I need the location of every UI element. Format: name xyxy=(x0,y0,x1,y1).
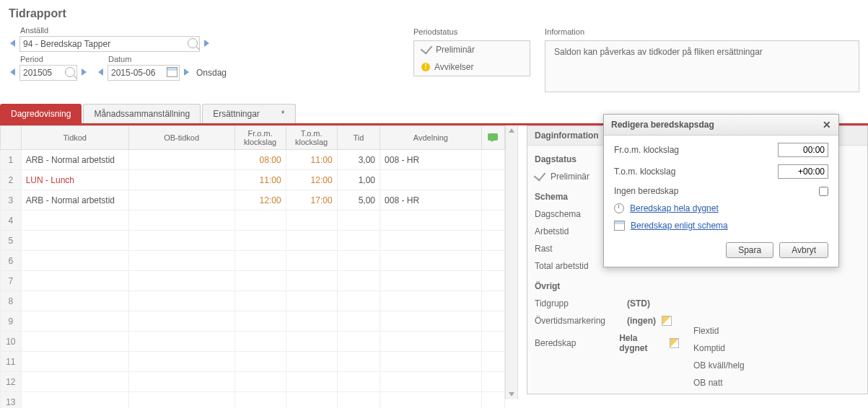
table-row[interactable]: 1ARB - Normal arbetstid08:0011:003,00008… xyxy=(1,150,505,170)
weekday-label: Onsdag xyxy=(196,68,227,78)
tidgrupp-label: Tidgrupp xyxy=(535,298,621,309)
komptid-label: Komptid xyxy=(693,343,787,353)
date-label: Datum xyxy=(97,55,227,63)
link-beredskap-hela-dygnet[interactable]: Beredskap hela dygnet xyxy=(630,203,719,213)
table-row[interactable]: 9 xyxy=(1,311,505,332)
date-field: Datum Onsdag xyxy=(97,55,227,81)
search-icon[interactable] xyxy=(188,38,198,50)
tab-ersattningar[interactable]: Ersättningar* xyxy=(202,104,295,123)
grid-scrollbar[interactable] xyxy=(505,125,517,399)
chat-icon xyxy=(488,133,498,141)
flextid-label: Flextid xyxy=(693,326,787,336)
ovrigt-heading: Övrigt xyxy=(535,281,679,291)
tab-manadssammanstallning[interactable]: Månadssammanställning xyxy=(83,104,201,123)
dialog-close-icon[interactable]: ✕ xyxy=(823,119,831,130)
table-row[interactable]: 12 xyxy=(1,372,505,392)
dialog-title: Redigera beredskapsdag xyxy=(611,120,714,130)
edit-beredskap-icon[interactable] xyxy=(670,338,679,348)
table-row[interactable]: 2LUN - Lunch11:0012:001,00 xyxy=(1,170,505,190)
check-icon xyxy=(534,169,546,181)
table-row[interactable]: 5 xyxy=(1,231,505,251)
beredskap-label: Beredskap xyxy=(535,338,613,348)
status-preliminar: Preliminär xyxy=(414,41,530,58)
warn-icon: ! xyxy=(421,63,430,71)
dialog-redigera-beredskapsdag: Redigera beredskapsdag ✕ Fr.o.m. klocksl… xyxy=(603,114,839,267)
save-button[interactable]: Spara xyxy=(726,242,773,258)
dlg-ingen-checkbox[interactable] xyxy=(819,187,828,196)
beredskap-value: Hela dygnet xyxy=(619,333,664,353)
date-next[interactable] xyxy=(183,66,190,79)
table-row[interactable]: 6 xyxy=(1,251,505,271)
table-row[interactable]: 4 xyxy=(1,210,505,231)
table-row[interactable]: 3ARB - Normal arbetstid12:0017:005,00008… xyxy=(1,190,505,210)
period-field: Period xyxy=(9,55,88,81)
obnatt-label: OB natt xyxy=(693,378,787,388)
col-avdelning[interactable]: Avdelning xyxy=(380,126,482,150)
edit-overtid-icon[interactable] xyxy=(662,316,672,326)
col-tidkod[interactable]: Tidkod xyxy=(21,126,128,150)
overtid-label: Övertidsmarkering xyxy=(535,316,621,326)
dlg-from-label: Fr.o.m. klockslag xyxy=(614,145,778,155)
date-prev[interactable] xyxy=(97,66,105,79)
scroll-up-icon[interactable] xyxy=(509,128,514,133)
filters-bar: Anställd Period Datum xyxy=(0,26,868,99)
information-title: Information xyxy=(545,26,859,39)
calendar-icon xyxy=(614,221,625,231)
period-prev[interactable] xyxy=(9,66,17,79)
col-tom[interactable]: T.o.m. klockslag xyxy=(286,126,337,150)
cancel-button[interactable]: Avbryt xyxy=(779,242,828,258)
scroll-down-icon[interactable] xyxy=(509,392,514,396)
employee-next[interactable] xyxy=(203,37,211,50)
periodstatus-title: Periodstatus xyxy=(413,26,530,39)
periodstatus-panel: Preliminär !Avvikelser xyxy=(413,40,530,76)
information-panel: Saldon kan påverkas av tidkoder på flike… xyxy=(545,40,859,92)
col-tid[interactable]: Tid xyxy=(337,126,380,150)
obkvall-label: OB kväll/helg xyxy=(693,360,787,371)
status-avvikelser: !Avvikelser xyxy=(414,58,530,76)
page-title: Tidrapport xyxy=(0,0,868,26)
period-next[interactable] xyxy=(80,66,88,79)
table-row[interactable]: 13 xyxy=(1,392,505,409)
tab-dagredovisning[interactable]: Dagredovisning xyxy=(0,104,82,123)
clock-icon xyxy=(614,203,624,213)
tidgrupp-value: (STD) xyxy=(627,298,650,309)
dlg-ingen-label: Ingen beredskap xyxy=(614,186,819,196)
period-label: Period xyxy=(9,55,88,63)
table-row[interactable]: 11 xyxy=(1,352,505,372)
employee-prev[interactable] xyxy=(9,37,17,50)
dlg-tom-label: T.o.m. klockslag xyxy=(614,167,778,177)
time-grid[interactable]: Tidkod OB-tidkod Fr.o.m. klockslag T.o.m… xyxy=(0,125,505,408)
table-row[interactable]: 10 xyxy=(1,332,505,352)
table-row[interactable]: 7 xyxy=(1,271,505,291)
dlg-tom-input[interactable] xyxy=(778,164,828,179)
employee-label: Anställd xyxy=(9,26,227,35)
employee-input[interactable] xyxy=(19,36,200,52)
col-from[interactable]: Fr.o.m. klockslag xyxy=(234,126,286,150)
col-obtidkod[interactable]: OB-tidkod xyxy=(128,126,234,150)
table-row[interactable]: 8 xyxy=(1,291,505,311)
dlg-from-input[interactable] xyxy=(778,143,828,157)
search-icon[interactable] xyxy=(65,67,75,79)
check-icon xyxy=(421,42,433,54)
col-comment[interactable] xyxy=(481,126,504,150)
overtid-value: (ingen) xyxy=(627,316,656,326)
calendar-icon[interactable] xyxy=(167,67,177,79)
employee-field: Anställd xyxy=(9,26,227,52)
link-beredskap-enligt-schema[interactable]: Beredskap enligt schema xyxy=(631,221,728,231)
